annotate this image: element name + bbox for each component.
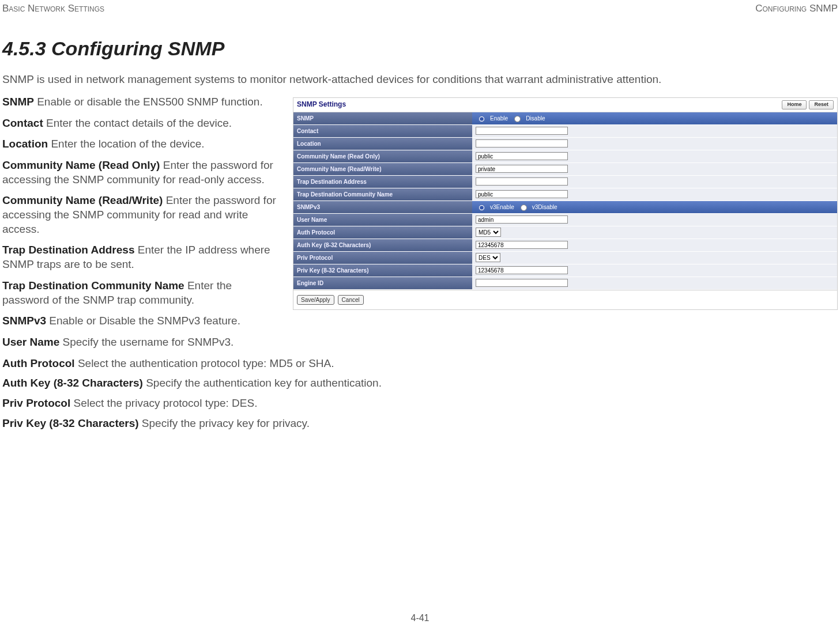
- desc: Enter the location of the device.: [48, 138, 204, 150]
- row-label: Engine ID: [293, 277, 472, 289]
- priv-key-input[interactable]: [476, 266, 568, 274]
- def-trap-addr: Trap Destination Address Enter the IP ad…: [2, 243, 279, 271]
- radio-label: v3Enable: [490, 203, 514, 211]
- term: Priv Key (8-32 Characters): [2, 417, 139, 429]
- def-priv-protocol: Priv Protocol Select the privacy protoco…: [2, 396, 838, 411]
- save-apply-button[interactable]: Save/Apply: [297, 295, 334, 305]
- row-label: Trap Destination Community Name: [293, 188, 472, 200]
- v3-enable-radio[interactable]: [479, 205, 485, 211]
- def-auth-key: Auth Key (8-32 Characters) Specify the a…: [2, 376, 838, 391]
- term: SNMPv3: [2, 315, 46, 327]
- row-label: Auth Key (8-32 Characters): [293, 239, 472, 251]
- def-comm-rw: Community Name (Read/Write) Enter the pa…: [2, 194, 279, 236]
- snmp-enable-radio[interactable]: [479, 116, 485, 122]
- page-number: 4-41: [0, 612, 840, 625]
- page-header: Basic Network Settings Configuring SNMP: [2, 0, 838, 18]
- snmp-settings-panel: SNMP Settings Home Reset SNMP Enable Dis…: [293, 97, 838, 310]
- desc: Specify the username for SNMPv3.: [59, 336, 233, 348]
- intro-paragraph: SNMP is used in network management syste…: [2, 73, 838, 87]
- contact-input[interactable]: [476, 127, 568, 135]
- radio-label: Disable: [526, 115, 545, 122]
- term: Priv Protocol: [2, 397, 70, 409]
- row-label: Location: [293, 138, 472, 150]
- community-ro-input[interactable]: [476, 152, 568, 160]
- auth-protocol-select[interactable]: MD5: [476, 228, 501, 237]
- term: Trap Destination Community Name: [2, 279, 184, 292]
- def-username: User Name Specify the username for SNMPv…: [2, 335, 279, 350]
- term: Location: [2, 138, 48, 150]
- term: Trap Destination Address: [2, 244, 134, 256]
- header-left: Basic Network Settings: [2, 2, 104, 15]
- desc: Enter the contact details of the device.: [43, 117, 232, 129]
- row-label: SNMP: [293, 112, 472, 124]
- def-priv-key: Priv Key (8-32 Characters) Specify the p…: [2, 417, 838, 431]
- row-label: Priv Protocol: [293, 252, 472, 264]
- community-rw-input[interactable]: [476, 165, 568, 173]
- row-label: User Name: [293, 214, 472, 226]
- location-input[interactable]: [476, 139, 568, 147]
- home-button[interactable]: Home: [782, 100, 807, 109]
- snmp-disable-radio[interactable]: [514, 116, 521, 122]
- desc: Enable or disable the ENS500 SNMP functi…: [34, 96, 263, 108]
- cancel-button[interactable]: Cancel: [338, 295, 364, 305]
- row-label: Community Name (Read/Write): [293, 163, 472, 175]
- snmpv3-enable-group: v3Enable v3Disable: [472, 201, 837, 213]
- term: Community Name (Read/Write): [2, 194, 163, 206]
- snmp-enable-group: Enable Disable: [472, 112, 837, 124]
- desc: Select the privacy protocol type: DES.: [70, 397, 257, 409]
- term: Auth Protocol: [2, 357, 75, 369]
- def-trap-comm: Trap Destination Community Name Enter th…: [2, 279, 279, 307]
- desc: Enable or Disable the SNMPv3 feature.: [46, 315, 240, 327]
- def-snmp: SNMP Enable or disable the ENS500 SNMP f…: [2, 95, 279, 109]
- term: Auth Key (8-32 Characters): [2, 377, 143, 389]
- desc: Specify the authentication key for authe…: [143, 377, 382, 389]
- panel-title: SNMP Settings: [297, 100, 346, 109]
- def-auth-protocol: Auth Protocol Select the authentication …: [2, 357, 838, 371]
- row-label: SNMPv3: [293, 201, 472, 213]
- def-comm-ro: Community Name (Read Only) Enter the pas…: [2, 158, 279, 187]
- def-contact: Contact Enter the contact details of the…: [2, 116, 279, 131]
- engine-id-input[interactable]: [476, 279, 568, 287]
- row-label: Priv Key (8-32 Characters): [293, 264, 472, 277]
- term: User Name: [2, 336, 59, 348]
- radio-label: Enable: [490, 115, 508, 122]
- term: Community Name (Read Only): [2, 159, 160, 171]
- reset-button[interactable]: Reset: [809, 100, 834, 109]
- row-label: Community Name (Read Only): [293, 150, 472, 162]
- priv-protocol-select[interactable]: DES: [476, 253, 500, 262]
- section-heading: 4.5.3 Configuring SNMP: [2, 36, 838, 61]
- trap-comm-input[interactable]: [476, 190, 568, 198]
- def-snmpv3: SNMPv3 Enable or Disable the SNMPv3 feat…: [2, 314, 279, 328]
- def-location: Location Enter the location of the devic…: [2, 137, 279, 152]
- term: Contact: [2, 117, 43, 129]
- username-input[interactable]: [476, 215, 568, 224]
- desc: Select the authentication protocol type:…: [75, 357, 334, 369]
- row-label: Contact: [293, 125, 472, 137]
- trap-addr-input[interactable]: [476, 177, 568, 186]
- auth-key-input[interactable]: [476, 241, 568, 249]
- header-right: Configuring SNMP: [755, 2, 838, 15]
- row-label: Trap Destination Address: [293, 176, 472, 188]
- row-label: Auth Protocol: [293, 226, 472, 239]
- radio-label: v3Disable: [532, 203, 558, 211]
- v3-disable-radio[interactable]: [521, 205, 527, 211]
- desc: Specify the privacy key for privacy.: [139, 417, 310, 429]
- term: SNMP: [2, 96, 34, 108]
